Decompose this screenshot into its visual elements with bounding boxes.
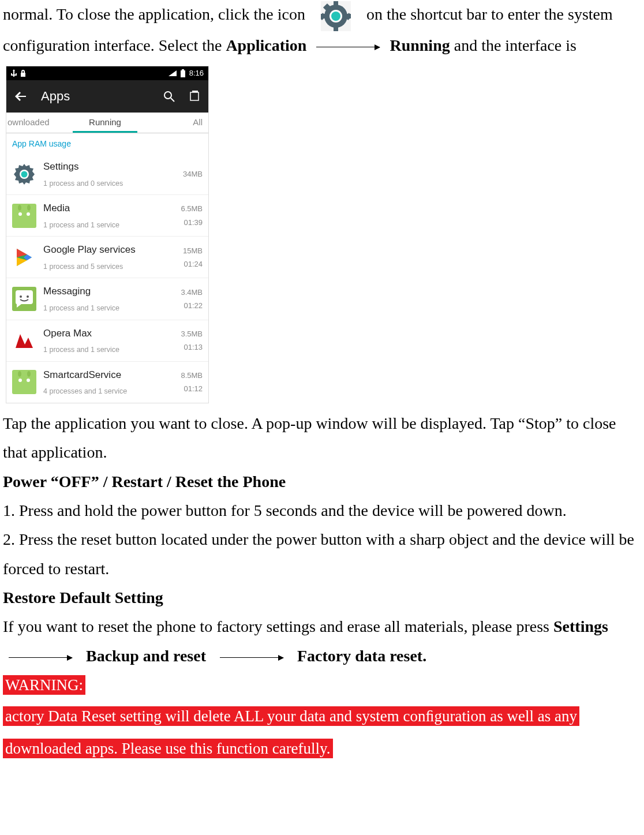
svg-point-21: [27, 212, 30, 216]
status-right: 8:16: [169, 66, 204, 80]
svg-point-18: [21, 171, 28, 177]
app-size: 3.4MB: [181, 286, 203, 299]
tab-running[interactable]: Running: [73, 113, 138, 133]
app-size: 6.5MB: [181, 202, 203, 215]
tab-downloaded[interactable]: ownloaded: [6, 113, 73, 133]
play-services-app-icon: [12, 245, 36, 269]
app-sub: 4 processes and 1 service: [43, 385, 174, 398]
paragraph-1: normal. To close the application, click …: [3, 0, 641, 60]
paragraph-3: If you want to reset the phone to factor…: [3, 612, 641, 671]
app-row[interactable]: Messaging 1 process and 1 service 3.4MB …: [6, 278, 208, 320]
svg-line-14: [171, 98, 174, 102]
warning-text: downloaded apps. Please use this functio…: [3, 739, 333, 758]
svg-rect-19: [12, 204, 36, 228]
svg-point-22: [18, 205, 21, 211]
svg-rect-16: [192, 91, 198, 92]
svg-rect-12: [181, 70, 185, 77]
signal-icon: [169, 70, 177, 76]
svg-point-26: [20, 295, 22, 298]
svg-rect-2: [334, 1, 338, 7]
app-sub: 1 process and 5 services: [43, 260, 176, 274]
app-size: 34MB: [183, 167, 203, 181]
lock-icon: [20, 70, 26, 77]
app-row[interactable]: Opera Max 1 process and 1 service 3.5MB …: [6, 320, 208, 362]
svg-point-31: [27, 379, 30, 382]
arrow-right-icon: [9, 657, 72, 658]
app-time: 01:22: [181, 299, 203, 312]
svg-point-27: [27, 295, 29, 298]
svg-rect-28: [12, 328, 36, 353]
app-time: 01:39: [181, 216, 203, 229]
app-size: 8.5MB: [181, 369, 203, 382]
menu-icon[interactable]: [189, 91, 200, 102]
heading-restore: Restore Default Setting: [3, 583, 641, 612]
svg-point-13: [164, 92, 171, 99]
svg-point-23: [27, 205, 31, 211]
text: normal. To close the application, click …: [3, 5, 305, 23]
text: and the interface is: [454, 36, 576, 54]
app-name: Media: [43, 200, 174, 218]
app-row[interactable]: Google Play services 1 process and 5 ser…: [6, 237, 208, 278]
app-row[interactable]: Media 1 process and 1 service 6.5MB 01:3…: [6, 195, 208, 237]
settings-gear-icon: [321, 1, 351, 31]
smartcard-app-icon: [12, 370, 36, 394]
svg-rect-29: [12, 370, 36, 394]
app-sub: 1 process and 0 services: [43, 177, 176, 190]
heading-power: Power “OFF” / Restart / Reset the Phone: [3, 467, 641, 496]
arrow-right-icon: [316, 47, 380, 47]
back-arrow-icon[interactable]: [14, 90, 27, 103]
status-left: [11, 69, 26, 77]
app-time: 01:13: [181, 340, 203, 354]
status-bar: 8:16: [6, 66, 208, 80]
app-time: 01:24: [183, 257, 203, 271]
app-size: 15MB: [183, 244, 203, 257]
svg-point-10: [331, 12, 340, 21]
svg-point-30: [18, 379, 22, 382]
app-row[interactable]: Settings 1 process and 0 services 34MB: [6, 153, 208, 195]
app-row[interactable]: SmartcardService 4 processes and 1 servi…: [6, 362, 208, 403]
list-item-1: 1. Press and hold the power button for 5…: [3, 496, 641, 525]
app-sub: 1 process and 1 service: [43, 219, 174, 232]
text: If you want to reset the phone to factor…: [3, 617, 553, 635]
app-time: 01:12: [181, 382, 203, 395]
opera-max-app-icon: [12, 328, 36, 353]
app-name: Settings: [43, 158, 176, 176]
svg-point-33: [27, 371, 31, 377]
app-sub: 1 process and 1 service: [43, 302, 174, 315]
section-label: App RAM usage: [6, 133, 208, 153]
paragraph-2: Tap the application you want to close. A…: [3, 409, 641, 467]
app-name: SmartcardService: [43, 366, 174, 384]
warning-label: WARNING:: [3, 675, 85, 695]
settings-app-icon: [12, 162, 36, 186]
app-name: Messaging: [43, 283, 174, 301]
app-size: 3.5MB: [181, 327, 203, 340]
app-name: Opera Max: [43, 325, 174, 343]
messaging-app-icon: [12, 287, 36, 311]
search-icon[interactable]: [163, 91, 175, 102]
tabs: ownloaded Running All: [6, 113, 208, 133]
app-name: Google Play services: [43, 241, 176, 259]
app-bar-title: Apps: [41, 85, 149, 108]
app-bar: Apps: [6, 80, 208, 113]
tab-all[interactable]: All: [137, 113, 208, 133]
svg-rect-11: [182, 69, 184, 70]
text-bold: Factory data reset.: [297, 647, 426, 665]
svg-rect-3: [334, 25, 338, 31]
arrow-right-icon: [220, 657, 283, 658]
usb-icon: [11, 69, 17, 77]
app-sub: 1 process and 1 service: [43, 343, 174, 357]
text-bold: Backup and reset: [86, 647, 206, 665]
svg-rect-15: [190, 92, 199, 100]
battery-icon: [180, 69, 186, 77]
list-item-2: 2. Press the reset button located under …: [3, 525, 641, 583]
phone-screenshot: 8:16 Apps ownloaded Running All App RAM …: [6, 66, 209, 403]
text-bold: Running: [390, 36, 450, 54]
status-time: 8:16: [189, 66, 204, 80]
svg-point-32: [18, 371, 21, 377]
svg-point-20: [18, 212, 22, 216]
text-bold: Application: [226, 36, 306, 54]
text-bold: Settings: [553, 617, 608, 635]
warning-text: actory Data Reset setting will delete AL…: [3, 706, 579, 726]
media-app-icon: [12, 204, 36, 228]
